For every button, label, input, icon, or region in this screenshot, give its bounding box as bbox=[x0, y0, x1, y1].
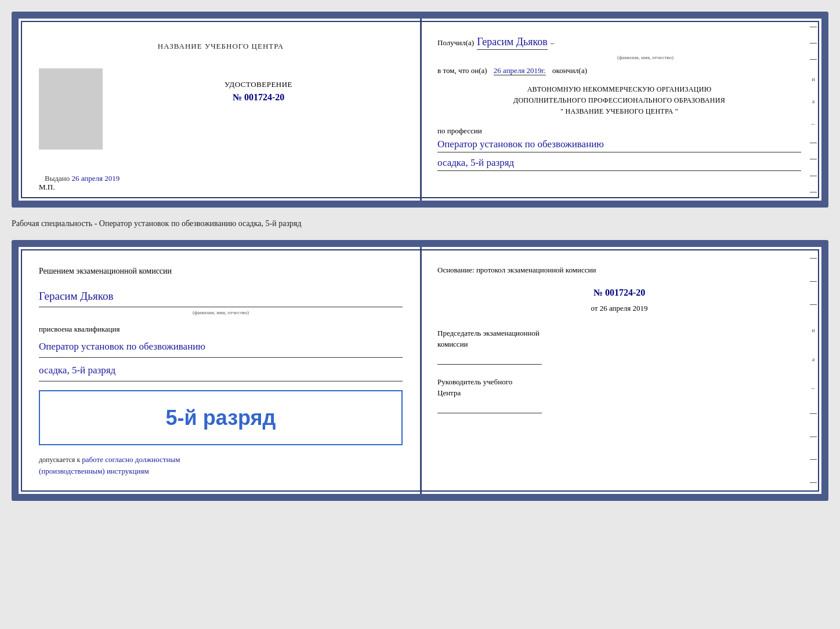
qualification-line1: Оператор установок по обезвоживанию bbox=[39, 339, 403, 358]
cert-number-block: УДОСТОВЕРЕНИЕ № 001724-20 bbox=[114, 68, 403, 103]
cert-school-title: НАЗВАНИЕ УЧЕБНОГО ЦЕНТРА bbox=[39, 42, 403, 51]
profession-label: по профессии bbox=[437, 126, 801, 136]
bottom-certificate: Решением экзаменационной комиссии Гераси… bbox=[12, 240, 828, 501]
protocol-number: № 001724-20 bbox=[437, 288, 801, 298]
top-cert-right: Получил(а) Герасим Дьяков – (фамилия, им… bbox=[420, 19, 821, 201]
recipient-name: Герасим Дьяков bbox=[477, 36, 548, 50]
rank-number: 5-й разряд bbox=[52, 400, 390, 435]
chairman-block: Председатель экзаменационной комиссии bbox=[437, 328, 801, 365]
bottom-cert-right: Основание: протокол экзаменационной коми… bbox=[420, 247, 821, 494]
rank-box: 5-й разряд bbox=[39, 390, 403, 445]
org-block: АВТОНОМНУЮ НЕКОММЕРЧЕСКУЮ ОРГАНИЗАЦИЮ ДО… bbox=[437, 84, 801, 118]
qualification-line2: осадка, 5-й разряд bbox=[39, 362, 403, 381]
bottom-right-edge-marks: и а ← bbox=[810, 247, 817, 494]
photo-placeholder bbox=[39, 68, 103, 150]
recipient-sublabel: (фамилия, имя, отчество) bbox=[490, 54, 801, 60]
mp-label: М.П. bbox=[39, 183, 55, 192]
top-cert-left: НАЗВАНИЕ УЧЕБНОГО ЦЕНТРА УДОСТОВЕРЕНИЕ №… bbox=[19, 19, 420, 201]
recipient-line: Получил(а) Герасим Дьяков – bbox=[437, 36, 801, 50]
assigned-label: присвоена квалификация bbox=[39, 323, 403, 336]
director-block: Руководитель учебного Центра bbox=[437, 376, 801, 413]
right-edge-marks: и а ← bbox=[810, 19, 817, 201]
cert-label: УДОСТОВЕРЕНИЕ bbox=[114, 80, 403, 89]
admitted-text: допускается к работе согласно должностны… bbox=[39, 454, 403, 477]
completion-date: 26 апреля 2019г. bbox=[494, 66, 546, 75]
commission-block: Решением экзаменационной комиссии Гераси… bbox=[39, 264, 403, 477]
cert-number: № 001724-20 bbox=[233, 92, 284, 102]
cert-photo-area: УДОСТОВЕРЕНИЕ № 001724-20 bbox=[39, 68, 403, 150]
issued-label: Выдано 26 апреля 2019 bbox=[45, 174, 120, 183]
in-that-line: в том, что он(а) 26 апреля 2019г. окончи… bbox=[437, 66, 801, 75]
top-certificate: НАЗВАНИЕ УЧЕБНОГО ЦЕНТРА УДОСТОВЕРЕНИЕ №… bbox=[12, 12, 828, 208]
protocol-date: от 26 апреля 2019 bbox=[437, 304, 801, 313]
director-label: Руководитель учебного Центра bbox=[437, 376, 801, 399]
cert-issued-block: Выдано 26 апреля 2019 bbox=[39, 173, 403, 183]
separator-label: Рабочая специальность - Оператор установ… bbox=[12, 218, 828, 230]
profession-line1: Оператор установок по обезвоживанию bbox=[437, 139, 801, 152]
basis-title: Основание: протокол экзаменационной коми… bbox=[437, 264, 801, 276]
page-wrapper: НАЗВАНИЕ УЧЕБНОГО ЦЕНТРА УДОСТОВЕРЕНИЕ №… bbox=[12, 12, 828, 501]
chairman-signature-line bbox=[437, 353, 542, 365]
director-signature-line bbox=[437, 402, 542, 413]
chairman-label: Председатель экзаменационной комиссии bbox=[437, 328, 801, 350]
commission-person-name: Герасим Дьяков bbox=[39, 287, 403, 307]
commission-title: Решением экзаменационной комиссии bbox=[39, 264, 403, 278]
profession-line2: осадка, 5-й разряд bbox=[437, 157, 801, 171]
commission-person-sublabel: (фамилия, имя, отчество) bbox=[39, 308, 403, 317]
bottom-cert-left: Решением экзаменационной комиссии Гераси… bbox=[19, 247, 420, 494]
